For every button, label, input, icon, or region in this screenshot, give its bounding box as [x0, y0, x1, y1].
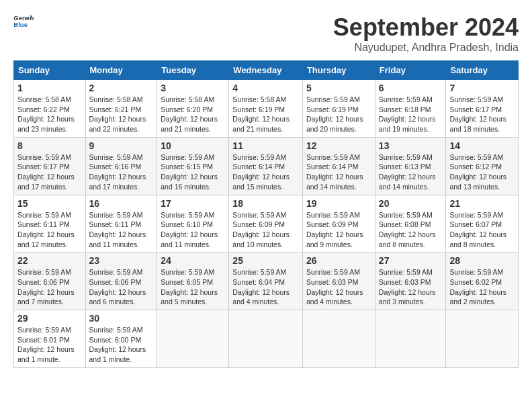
- day-info: Sunrise: 5:58 AM Sunset: 6:21 PM Dayligh…: [89, 95, 154, 134]
- col-friday: Friday: [375, 61, 446, 80]
- table-row: 11Sunrise: 5:59 AM Sunset: 6:14 PM Dayli…: [229, 137, 303, 195]
- logo-icon: General Blue: [13, 13, 34, 28]
- table-row: 12Sunrise: 5:59 AM Sunset: 6:14 PM Dayli…: [302, 137, 375, 195]
- table-row: 18Sunrise: 5:59 AM Sunset: 6:09 PM Dayli…: [229, 195, 303, 253]
- day-number: 19: [306, 198, 371, 209]
- table-row: [375, 310, 446, 368]
- day-info: Sunrise: 5:59 AM Sunset: 6:09 PM Dayligh…: [306, 210, 371, 250]
- day-number: 27: [379, 255, 443, 266]
- table-row: 14Sunrise: 5:59 AM Sunset: 6:12 PM Dayli…: [446, 137, 519, 195]
- calendar-week-row: 8Sunrise: 5:59 AM Sunset: 6:17 PM Daylig…: [14, 137, 519, 195]
- day-info: Sunrise: 5:59 AM Sunset: 6:01 PM Dayligh…: [17, 325, 82, 365]
- day-info: Sunrise: 5:59 AM Sunset: 6:06 PM Dayligh…: [89, 267, 154, 307]
- day-number: 1: [17, 83, 82, 93]
- page-subtitle: Nayudupet, Andhra Pradesh, India: [333, 42, 519, 54]
- svg-text:Blue: Blue: [13, 21, 28, 28]
- calendar-table: Sunday Monday Tuesday Wednesday Thursday…: [13, 60, 519, 368]
- table-row: 5Sunrise: 5:59 AM Sunset: 6:19 PM Daylig…: [302, 80, 375, 138]
- table-row: [302, 310, 375, 368]
- day-number: 8: [17, 140, 82, 151]
- table-row: [157, 310, 229, 368]
- day-info: Sunrise: 5:59 AM Sunset: 6:18 PM Dayligh…: [379, 95, 443, 134]
- calendar-week-row: 1Sunrise: 5:58 AM Sunset: 6:22 PM Daylig…: [14, 80, 519, 138]
- day-info: Sunrise: 5:59 AM Sunset: 6:16 PM Dayligh…: [89, 152, 154, 192]
- table-row: 10Sunrise: 5:59 AM Sunset: 6:15 PM Dayli…: [157, 137, 229, 195]
- day-info: Sunrise: 5:59 AM Sunset: 6:00 PM Dayligh…: [89, 325, 154, 365]
- page-header: General Blue September 2024 Nayudupet, A…: [13, 13, 519, 54]
- day-number: 16: [89, 198, 154, 209]
- calendar-week-row: 29Sunrise: 5:59 AM Sunset: 6:01 PM Dayli…: [14, 310, 519, 368]
- col-tuesday: Tuesday: [157, 61, 229, 80]
- col-sunday: Sunday: [14, 61, 86, 80]
- table-row: [229, 310, 303, 368]
- table-row: 26Sunrise: 5:59 AM Sunset: 6:03 PM Dayli…: [302, 253, 375, 310]
- day-number: 18: [232, 198, 299, 209]
- day-number: 20: [379, 198, 443, 209]
- day-number: 2: [89, 83, 154, 93]
- col-saturday: Saturday: [446, 61, 519, 80]
- table-row: 8Sunrise: 5:59 AM Sunset: 6:17 PM Daylig…: [14, 137, 86, 195]
- day-info: Sunrise: 5:59 AM Sunset: 6:02 PM Dayligh…: [449, 267, 515, 307]
- day-info: Sunrise: 5:59 AM Sunset: 6:07 PM Dayligh…: [449, 210, 515, 250]
- table-row: 22Sunrise: 5:59 AM Sunset: 6:06 PM Dayli…: [14, 253, 86, 310]
- col-thursday: Thursday: [302, 61, 375, 80]
- day-number: 28: [449, 255, 515, 266]
- day-info: Sunrise: 5:59 AM Sunset: 6:17 PM Dayligh…: [17, 152, 82, 192]
- day-number: 9: [89, 140, 154, 151]
- table-row: 4Sunrise: 5:58 AM Sunset: 6:19 PM Daylig…: [229, 80, 303, 138]
- day-number: 13: [379, 140, 443, 151]
- table-row: 16Sunrise: 5:59 AM Sunset: 6:11 PM Dayli…: [85, 195, 157, 253]
- day-info: Sunrise: 5:59 AM Sunset: 6:06 PM Dayligh…: [17, 267, 82, 307]
- table-row: 21Sunrise: 5:59 AM Sunset: 6:07 PM Dayli…: [446, 195, 519, 253]
- day-info: Sunrise: 5:59 AM Sunset: 6:15 PM Dayligh…: [161, 152, 225, 192]
- table-row: 29Sunrise: 5:59 AM Sunset: 6:01 PM Dayli…: [14, 310, 86, 368]
- table-row: [446, 310, 519, 368]
- day-number: 25: [232, 255, 299, 266]
- title-section: September 2024 Nayudupet, Andhra Pradesh…: [333, 13, 519, 54]
- day-info: Sunrise: 5:59 AM Sunset: 6:10 PM Dayligh…: [161, 210, 225, 250]
- day-number: 12: [306, 140, 371, 151]
- table-row: 17Sunrise: 5:59 AM Sunset: 6:10 PM Dayli…: [157, 195, 229, 253]
- table-row: 30Sunrise: 5:59 AM Sunset: 6:00 PM Dayli…: [85, 310, 157, 368]
- table-row: 27Sunrise: 5:59 AM Sunset: 6:03 PM Dayli…: [375, 253, 446, 310]
- table-row: 28Sunrise: 5:59 AM Sunset: 6:02 PM Dayli…: [446, 253, 519, 310]
- header-row: Sunday Monday Tuesday Wednesday Thursday…: [14, 61, 519, 80]
- table-row: 24Sunrise: 5:59 AM Sunset: 6:05 PM Dayli…: [157, 253, 229, 310]
- day-info: Sunrise: 5:58 AM Sunset: 6:22 PM Dayligh…: [17, 95, 82, 134]
- table-row: 6Sunrise: 5:59 AM Sunset: 6:18 PM Daylig…: [375, 80, 446, 138]
- day-number: 4: [232, 83, 299, 93]
- col-wednesday: Wednesday: [229, 61, 303, 80]
- day-number: 30: [89, 313, 154, 324]
- day-info: Sunrise: 5:59 AM Sunset: 6:14 PM Dayligh…: [232, 152, 299, 192]
- day-info: Sunrise: 5:59 AM Sunset: 6:08 PM Dayligh…: [379, 210, 443, 250]
- day-number: 14: [449, 140, 515, 151]
- calendar-week-row: 22Sunrise: 5:59 AM Sunset: 6:06 PM Dayli…: [14, 253, 519, 310]
- day-number: 23: [89, 255, 154, 266]
- day-info: Sunrise: 5:59 AM Sunset: 6:03 PM Dayligh…: [306, 267, 371, 307]
- day-number: 7: [449, 83, 515, 93]
- day-number: 29: [17, 313, 82, 324]
- table-row: 19Sunrise: 5:59 AM Sunset: 6:09 PM Dayli…: [302, 195, 375, 253]
- day-info: Sunrise: 5:59 AM Sunset: 6:11 PM Dayligh…: [17, 210, 82, 250]
- table-row: 7Sunrise: 5:59 AM Sunset: 6:17 PM Daylig…: [446, 80, 519, 138]
- day-number: 24: [161, 255, 225, 266]
- table-row: 15Sunrise: 5:59 AM Sunset: 6:11 PM Dayli…: [14, 195, 86, 253]
- day-info: Sunrise: 5:59 AM Sunset: 6:05 PM Dayligh…: [161, 267, 225, 307]
- table-row: 23Sunrise: 5:59 AM Sunset: 6:06 PM Dayli…: [85, 253, 157, 310]
- col-monday: Monday: [85, 61, 157, 80]
- day-number: 22: [17, 255, 82, 266]
- table-row: 9Sunrise: 5:59 AM Sunset: 6:16 PM Daylig…: [85, 137, 157, 195]
- day-number: 10: [161, 140, 225, 151]
- table-row: 1Sunrise: 5:58 AM Sunset: 6:22 PM Daylig…: [14, 80, 86, 138]
- day-info: Sunrise: 5:58 AM Sunset: 6:19 PM Dayligh…: [232, 95, 299, 134]
- day-info: Sunrise: 5:59 AM Sunset: 6:09 PM Dayligh…: [232, 210, 299, 250]
- calendar-week-row: 15Sunrise: 5:59 AM Sunset: 6:11 PM Dayli…: [14, 195, 519, 253]
- page-title: September 2024: [333, 13, 519, 42]
- day-number: 15: [17, 198, 82, 209]
- day-number: 11: [232, 140, 299, 151]
- table-row: 25Sunrise: 5:59 AM Sunset: 6:04 PM Dayli…: [229, 253, 303, 310]
- day-number: 5: [306, 83, 371, 93]
- day-info: Sunrise: 5:59 AM Sunset: 6:03 PM Dayligh…: [379, 267, 443, 307]
- day-info: Sunrise: 5:58 AM Sunset: 6:20 PM Dayligh…: [161, 95, 225, 134]
- table-row: 3Sunrise: 5:58 AM Sunset: 6:20 PM Daylig…: [157, 80, 229, 138]
